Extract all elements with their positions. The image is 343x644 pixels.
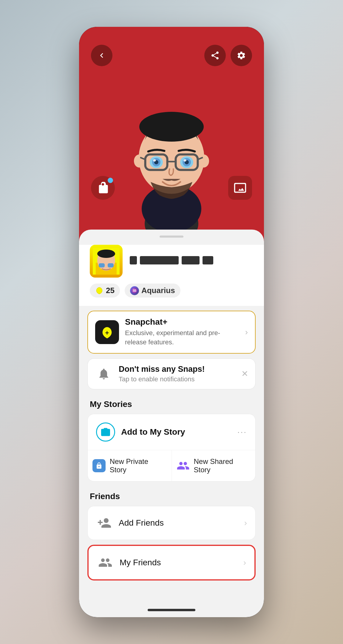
svg-point-23 — [97, 250, 115, 258]
snapchat-plus-chevron-icon: › — [245, 327, 248, 337]
snapchat-plus-banner[interactable]: + Snapchat+ Exclusive, experimental and … — [87, 311, 256, 354]
snapchat-plus-icon: + — [95, 320, 119, 344]
username-redacted — [130, 256, 253, 264]
memories-button[interactable] — [228, 176, 252, 200]
meta-row: 25 ♒ Aquarius — [90, 284, 253, 298]
snapchat-plus-subtitle: Exclusive, experimental and pre-release … — [125, 329, 239, 347]
snapchat-plus-text: Snapchat+ Exclusive, experimental and pr… — [125, 317, 239, 347]
notification-banner[interactable]: Don't miss any Snaps! Tap to enable noti… — [87, 358, 256, 389]
nav-right-buttons — [204, 45, 252, 66]
new-private-story-label: New Private Story — [110, 457, 167, 474]
svg-rect-24 — [99, 263, 105, 267]
lock-icon — [92, 459, 106, 472]
my-friends-chevron-icon: › — [243, 558, 246, 567]
home-indicator — [148, 609, 195, 611]
add-to-my-story-row[interactable]: Add to My Story ··· — [88, 414, 255, 450]
avatar-badge — [108, 178, 113, 183]
my-friends-icon — [97, 554, 114, 571]
group-icon — [177, 459, 190, 472]
profile-name-area — [130, 256, 253, 266]
bell-icon-wrap — [95, 365, 113, 383]
phone-inner: 25 ♒ Aquarius + — [79, 27, 264, 617]
svg-point-5 — [134, 154, 145, 168]
profile-row — [90, 245, 253, 278]
add-story-label: Add to My Story — [121, 427, 231, 437]
my-stories-section-header: My Stories — [79, 397, 264, 414]
add-friends-chevron-icon: › — [244, 518, 247, 528]
drag-handle — [160, 236, 183, 238]
bitmoji-svg — [121, 80, 222, 242]
profile-picture[interactable] — [90, 245, 123, 278]
notification-title: Don't miss any Snaps! — [119, 365, 235, 374]
svg-point-18 — [153, 159, 156, 162]
friends-card: Add Friends › — [87, 506, 256, 540]
top-navigation — [79, 45, 264, 66]
avatar-area — [79, 45, 264, 242]
zodiac-label: Aquarius — [141, 286, 175, 295]
notification-subtitle: Tap to enable notifications — [119, 375, 235, 383]
svg-rect-25 — [108, 263, 114, 267]
svg-text:+: + — [105, 329, 109, 337]
redacted-3 — [182, 256, 200, 264]
profile-section: 25 ♒ Aquarius — [79, 245, 264, 306]
snapchat-plus-title: Snapchat+ — [125, 317, 239, 327]
story-dots-menu[interactable]: ··· — [237, 427, 247, 437]
redacted-4 — [203, 256, 213, 264]
zodiac-icon: ♒ — [130, 286, 139, 295]
add-friend-icon — [96, 515, 113, 531]
back-button[interactable] — [91, 45, 112, 66]
snapchat-avatar-button[interactable] — [91, 176, 115, 200]
my-friends-row[interactable]: My Friends › — [89, 546, 254, 579]
story-actions-row: New Private Story New Shared Story — [88, 450, 255, 481]
stories-card: Add to My Story ··· New Private Story — [87, 414, 256, 482]
notification-close-button[interactable]: ✕ — [241, 369, 248, 379]
phone-frame: 25 ♒ Aquarius + — [79, 27, 264, 617]
my-friends-label: My Friends — [120, 558, 237, 567]
redacted-1 — [130, 256, 137, 264]
add-friends-label: Add Friends — [119, 518, 238, 528]
new-shared-story-button[interactable]: New Shared Story — [172, 450, 256, 481]
svg-point-6 — [198, 154, 209, 168]
story-camera-icon — [96, 422, 115, 442]
new-shared-story-label: New Shared Story — [194, 457, 251, 474]
share-button[interactable] — [204, 45, 226, 66]
settings-button[interactable] — [231, 45, 252, 66]
friends-section-header: Friends — [79, 489, 264, 506]
notification-text: Don't miss any Snaps! Tap to enable noti… — [119, 365, 235, 383]
snap-score-badge[interactable]: 25 — [90, 284, 120, 298]
snap-score: 25 — [106, 286, 115, 295]
my-friends-box[interactable]: My Friends › — [87, 545, 256, 580]
zodiac-badge[interactable]: ♒ Aquarius — [125, 284, 180, 298]
redacted-2 — [140, 256, 179, 264]
add-friends-row[interactable]: Add Friends › — [88, 506, 255, 540]
new-private-story-button[interactable]: New Private Story — [88, 450, 172, 481]
bottom-sheet: 25 ♒ Aquarius + — [79, 230, 264, 617]
profile-header-bg — [79, 27, 264, 247]
svg-point-19 — [183, 159, 186, 162]
profile-pic-inner — [90, 245, 123, 278]
